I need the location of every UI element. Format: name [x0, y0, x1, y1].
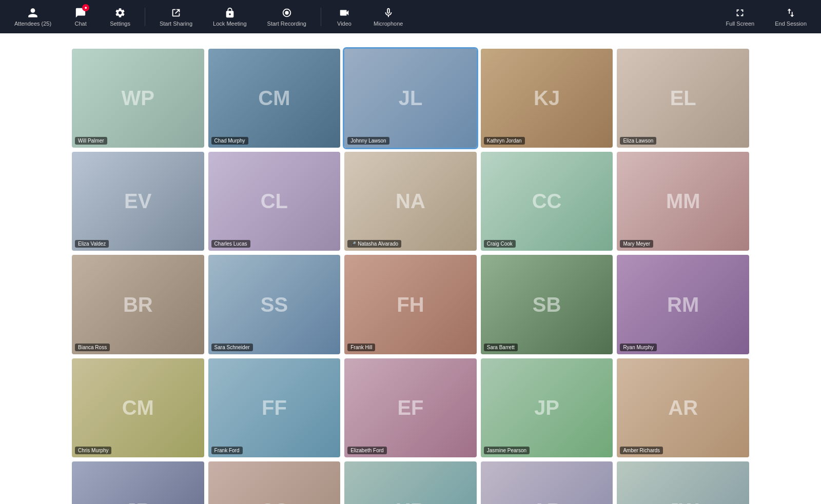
- settings-button[interactable]: Settings: [101, 3, 140, 31]
- lock-meeting-button[interactable]: Lock Meeting: [204, 3, 256, 31]
- video-cell[interactable]: MMMary Meyer: [617, 152, 749, 251]
- participant-name-tag: Mary Meyer: [620, 240, 653, 248]
- svg-point-1: [285, 11, 288, 14]
- participant-name-tag: Eliza Valdez: [75, 240, 109, 248]
- video-cell[interactable]: AR🎤Andrea Rivera: [481, 461, 613, 504]
- attendees-button[interactable]: Attendees (25): [5, 3, 61, 31]
- video-grid: WPWill PalmerCMChad MurphyJLJohnny Lawso…: [72, 49, 749, 504]
- video-cell[interactable]: JRJoe Rivera: [72, 461, 204, 504]
- video-cell[interactable]: SBSara Barrett: [481, 255, 613, 354]
- participant-video: JW: [617, 461, 749, 504]
- end-session-button[interactable]: End Session: [766, 3, 816, 31]
- video-cell[interactable]: ELEliza Lawson: [617, 49, 749, 148]
- participant-name: Chad Murphy: [214, 138, 245, 144]
- video-cell[interactable]: EFElizabeth Ford: [344, 358, 477, 457]
- video-cell[interactable]: FHFrank Hill: [344, 255, 477, 354]
- chat-label: Chat: [75, 21, 87, 27]
- participant-name-tag: Frank Hill: [347, 344, 375, 351]
- participant-video: BR: [72, 255, 204, 354]
- participant-name: Sara Barrett: [487, 345, 515, 350]
- chat-icon: ●: [75, 7, 86, 18]
- participant-name-tag: 🎤Natasha Alvarado: [347, 240, 401, 248]
- participant-video: MM: [617, 152, 749, 251]
- video-cell[interactable]: KBKevin Boyd: [344, 461, 477, 504]
- participant-name-tag: Jasmine Pearson: [484, 447, 530, 454]
- video-cell[interactable]: ARAmber Richards: [617, 358, 749, 457]
- participant-video: JP: [481, 358, 613, 457]
- chat-badge: ●: [82, 4, 89, 11]
- start-recording-button[interactable]: Start Recording: [258, 3, 316, 31]
- video-cell[interactable]: WPWill Palmer: [72, 49, 204, 148]
- video-cell[interactable]: JLJohnny Lawson: [344, 49, 477, 148]
- participant-video: CM: [72, 358, 204, 457]
- video-button[interactable]: Video: [326, 3, 362, 31]
- participant-name: Ryan Murphy: [623, 345, 653, 350]
- participant-name: Eliza Lawson: [623, 138, 653, 144]
- video-cell[interactable]: CMChad Murphy: [208, 49, 341, 148]
- settings-icon: [114, 7, 126, 18]
- participant-name-tag: Will Palmer: [75, 137, 107, 145]
- video-cell[interactable]: CLCharles Lucas: [208, 152, 341, 251]
- participant-name-tag: Amber Richards: [620, 447, 663, 454]
- microphone-button[interactable]: Microphone: [364, 3, 412, 31]
- divider-1: [145, 8, 145, 26]
- participant-video: EV: [72, 152, 204, 251]
- video-cell[interactable]: CMChris Murphy: [72, 358, 204, 457]
- lock-meeting-label: Lock Meeting: [213, 21, 246, 27]
- participant-name: Eliza Valdez: [78, 241, 106, 247]
- video-cell[interactable]: FFFrank Ford: [208, 358, 341, 457]
- participant-video: KJ: [481, 49, 613, 148]
- video-area: WPWill PalmerCMChad MurphyJLJohnny Lawso…: [0, 33, 821, 504]
- start-sharing-button[interactable]: Start Sharing: [150, 3, 202, 31]
- video-cell[interactable]: KJKathryn Jordan: [481, 49, 613, 148]
- participant-video: WP: [72, 49, 204, 148]
- video-cell[interactable]: EVEliza Valdez: [72, 152, 204, 251]
- full-screen-button[interactable]: Full Screen: [717, 3, 764, 31]
- video-cell[interactable]: JWJulie Wade: [617, 461, 749, 504]
- attendees-icon: [27, 7, 38, 18]
- participant-name-tag: Chris Murphy: [75, 447, 111, 454]
- participant-name: Frank Hill: [350, 345, 372, 350]
- participant-name: Craig Cook: [487, 241, 513, 247]
- participant-video: CS: [208, 461, 341, 504]
- end-session-icon: [785, 7, 796, 18]
- participant-video: RM: [617, 255, 749, 354]
- participant-name: Chris Murphy: [78, 448, 108, 453]
- participant-name: Jasmine Pearson: [487, 448, 526, 453]
- video-cell[interactable]: BRBianca Ross: [72, 255, 204, 354]
- participant-video: JR: [72, 461, 204, 504]
- participant-video: FH: [344, 255, 477, 354]
- participant-video: EF: [344, 358, 477, 457]
- full-screen-label: Full Screen: [726, 21, 755, 27]
- participant-name: Elizabeth Ford: [350, 448, 383, 453]
- participant-name: Johnny Lawson: [350, 138, 386, 144]
- microphone-label: Microphone: [374, 21, 403, 27]
- participant-name-tag: Sara Schneider: [211, 344, 253, 351]
- participant-name: Bianca Ross: [78, 345, 107, 350]
- video-cell[interactable]: RMRyan Murphy: [617, 255, 749, 354]
- settings-label: Settings: [110, 21, 130, 27]
- participant-video: SB: [481, 255, 613, 354]
- video-cell[interactable]: CSChristine Sullivan: [208, 461, 341, 504]
- participant-video: CM: [208, 49, 341, 148]
- toolbar-left: Attendees (25) ● Chat Settings: [5, 3, 412, 31]
- video-label: Video: [337, 21, 351, 27]
- video-cell[interactable]: JPJasmine Pearson: [481, 358, 613, 457]
- video-cell[interactable]: CCCraig Cook: [481, 152, 613, 251]
- participant-name-tag: Sara Barrett: [484, 344, 518, 351]
- chat-button[interactable]: ● Chat: [63, 3, 99, 31]
- participant-name-tag: Craig Cook: [484, 240, 516, 248]
- mic-muted-icon: 🎤: [350, 241, 356, 247]
- participant-video: EL: [617, 49, 749, 148]
- video-cell[interactable]: SSSara Schneider: [208, 255, 341, 354]
- participant-video: FF: [208, 358, 341, 457]
- participant-name-tag: Frank Ford: [211, 447, 243, 454]
- participant-name: Mary Meyer: [623, 241, 650, 247]
- participant-name: Natasha Alvarado: [358, 241, 398, 247]
- toolbar: Attendees (25) ● Chat Settings: [0, 0, 821, 33]
- participant-video: NA: [344, 152, 477, 251]
- video-cell[interactable]: NA🎤Natasha Alvarado: [344, 152, 477, 251]
- participant-name-tag: Charles Lucas: [211, 240, 250, 248]
- participant-video: CL: [208, 152, 341, 251]
- start-recording-label: Start Recording: [267, 21, 306, 27]
